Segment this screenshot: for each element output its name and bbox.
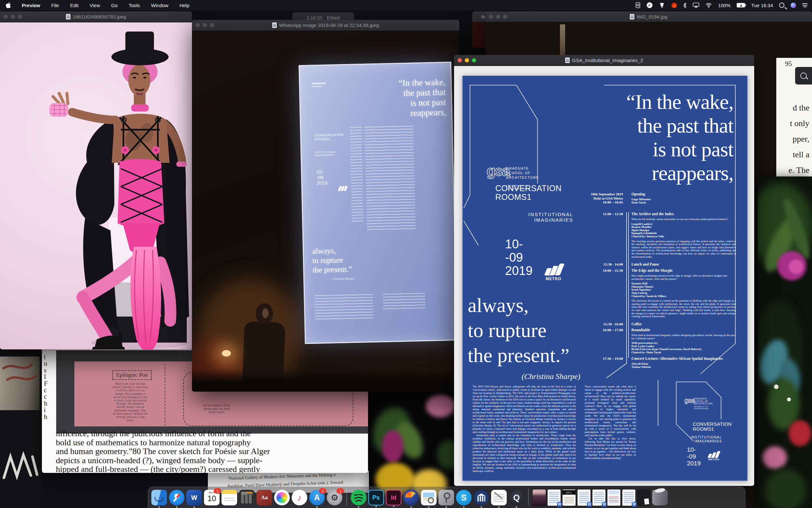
close-button[interactable] [4,15,8,19]
gsa-titlebar[interactable]: GSA_Institutional_Imaginaries_2 [454,55,754,66]
portrait-window-controls[interactable] [0,15,22,19]
whatsapp-window-controls[interactable] [192,23,214,27]
window-whatsapp[interactable]: WhatsApp Image 2019-08-29 at 22.54.58.jp… [192,20,459,392]
dock-skype-icon[interactable]: S [456,490,472,505]
dock: WSEP101Aa♪A2⚙1PsIdSQWWWW [148,486,746,508]
dock-spotify-icon[interactable] [351,490,366,505]
dock-calculator-icon[interactable] [239,490,255,505]
close-button[interactable] [195,23,200,27]
dock-minimized-window-t-word[interactable]: W [577,490,590,506]
checkmark-status-icon[interactable]: ✓ [647,2,653,8]
browser-swirl-icon[interactable] [671,3,677,8]
dock-system-preferences-icon[interactable]: ⚙1 [327,490,342,505]
zoom-button[interactable] [472,58,476,62]
menu-item-help[interactable]: Help [179,3,189,8]
dock-minimized-window-t-word[interactable]: W [622,490,635,506]
poem-line: morsel, leaving as requested. [105,385,155,389]
menu-item-window[interactable]: Window [151,3,168,8]
dock-preview-icon[interactable] [421,490,436,505]
img0194-titlebar[interactable]: IMG_0194.jpg [485,11,812,23]
whatsapp-titlebar[interactable]: WhatsApp Image 2019-08-29 at 22.54.58.jp… [192,20,459,31]
menubar-clock[interactable]: Tue 16:34 [751,3,773,8]
dock-dictionary-icon[interactable]: Aa [256,490,272,505]
zoom-button[interactable] [210,23,214,27]
portrait-titlebar[interactable]: 1661182490655793.jpeg [0,11,192,23]
epilogue-title-box: Epilogue: Poo [112,370,152,380]
wifi-icon[interactable] [706,2,712,8]
dock-finder-icon[interactable] [151,490,167,505]
display-status-icon[interactable] [659,2,665,8]
dock-photos-icon[interactable] [274,490,290,505]
dock-minimized-window-t-word[interactable]: W [547,490,561,506]
session-title: Roundtable [631,328,736,332]
dock-quicktime-icon[interactable]: Q [509,490,524,505]
apple-menu-icon[interactable] [6,2,11,8]
shredder-icon[interactable] [635,2,640,8]
close-button[interactable] [489,15,493,19]
minimize-button[interactable] [465,58,469,62]
dock-minimized-window-t-photo[interactable] [533,490,546,506]
document-icon [565,57,570,63]
menu-item-tools[interactable]: Tools [129,3,140,8]
poster-quote-top: “In the wake,the past thatis not pastrea… [626,90,733,185]
minimize-button[interactable] [11,15,15,19]
window-portrait[interactable]: 1661182490655793.jpeg [0,11,192,349]
bluetooth-icon[interactable] [683,2,687,8]
notification-center-icon[interactable] [802,2,807,8]
dock-minimized-window-t-word[interactable]: W [592,490,606,506]
dock-minimized-window-t-ucl[interactable] [563,490,576,506]
zoom-button[interactable] [503,15,507,19]
dock-app-store-icon[interactable]: A2 [309,490,325,505]
airplay-icon[interactable] [693,2,699,8]
siri-icon[interactable] [791,3,796,8]
search-icon[interactable] [800,73,807,79]
img0194-window-controls[interactable] [485,15,507,19]
menu-item-go[interactable]: Go [111,3,117,8]
schedule-session: Concert Lecture: Alternative African Spa… [631,356,736,369]
dock-itunes-icon[interactable]: ♪ [292,490,307,505]
projection-screen: “In the wake,the past thatis not pastrea… [298,62,457,344]
whatsapp-photo: “In the wake,the past thatis not pastrea… [192,31,459,392]
spotlight-icon[interactable] [779,2,784,8]
dock-safari-icon[interactable] [169,490,185,505]
dock-trash-icon[interactable] [652,490,668,505]
img0194-title: IMG_0194.jpg [485,14,812,19]
zoom-button[interactable] [18,15,22,19]
battery-icon[interactable]: ▲ [737,3,745,7]
pink-flower [763,446,787,469]
window-gsa-poster[interactable]: GSA_Institutional_Imaginaries_2 gsa GRAD… [454,55,754,486]
session-question: What are the methods, means and media we… [631,218,736,221]
dock-firefox-icon[interactable] [403,490,419,505]
dock-calendar-icon[interactable]: SEP101 [204,490,220,505]
greenery [764,469,807,508]
poem-line: morsel; always was an [105,405,155,409]
gsa-window-controls[interactable] [454,58,476,62]
gsa-metro-logo: GSAMETRO [546,264,562,281]
menu-item-edit[interactable]: Edit [70,3,79,8]
dock-word-icon[interactable]: W [186,490,202,505]
schedule-time: 12:30 - 14:00 [589,262,623,266]
dock-minimized-window-t-web[interactable] [607,490,620,506]
dock-label: Ps [369,491,383,505]
poster-date-small: 10--092019 [687,446,701,467]
white-graffiti-m [4,455,37,478]
dock-keychain-icon[interactable] [438,490,454,505]
schedule-row: 12:30 - 14:00Lunch and Pause [589,262,736,266]
menu-item-preview[interactable]: Preview [22,3,40,8]
dock-textedit-icon[interactable] [491,490,507,505]
margin-letters-line: I [44,374,54,380]
dock-photoshop-icon[interactable]: Ps [368,490,384,505]
running-indicator [446,506,447,508]
menu-item-file[interactable]: File [51,3,59,8]
session-question: What kind of institutional imaginary ena… [631,334,736,340]
dock-indesign-icon[interactable]: Id [386,490,401,505]
dock-minimized-window-t-dark[interactable] [637,490,650,506]
close-button[interactable] [458,58,462,62]
minimize-button[interactable] [496,15,500,19]
menu-item-view[interactable]: View [90,3,100,8]
dock-notes-icon[interactable] [222,490,237,505]
minimize-button[interactable] [203,23,207,27]
dock-museum-icon[interactable] [474,490,489,505]
poster-date-small-line: 10- [687,446,701,453]
poster-conversation-rooms-line: CONVERSATION [495,184,562,193]
